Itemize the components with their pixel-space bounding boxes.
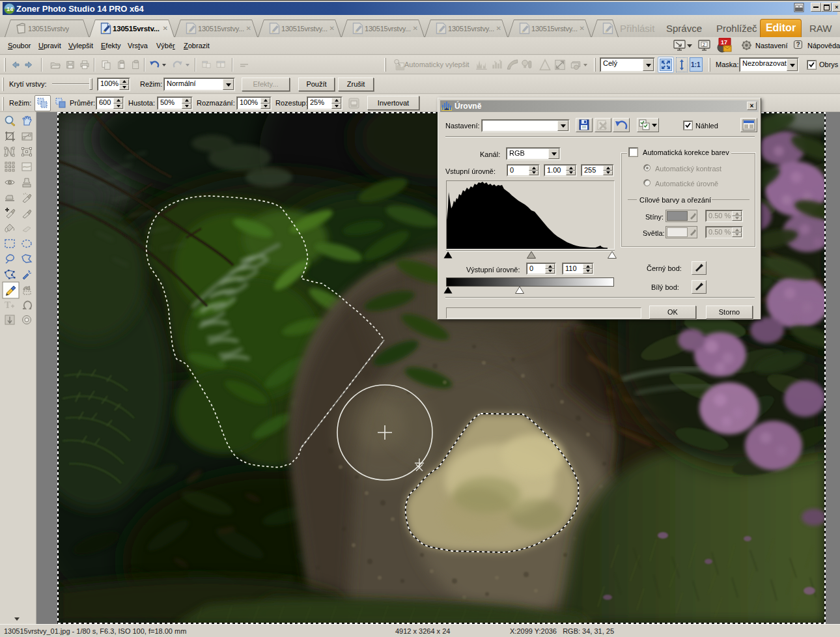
svg-text:T: T [5, 300, 11, 310]
svg-text:1:1: 1:1 [691, 61, 701, 68]
svg-text:14: 14 [7, 6, 13, 12]
svg-text:17: 17 [721, 39, 727, 46]
svg-text:2: 2 [703, 42, 705, 47]
